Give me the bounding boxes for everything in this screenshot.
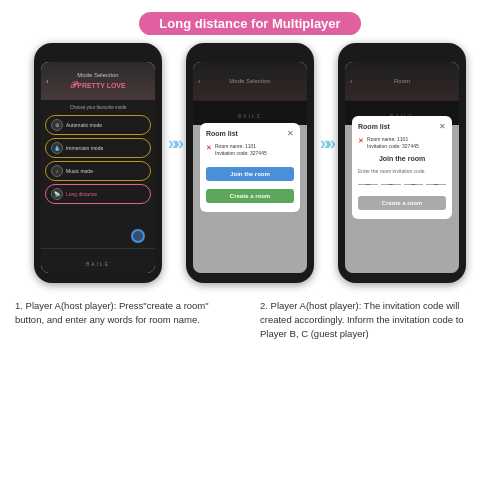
- room-info-text: Room name: 1101 Invitation code: 327445: [215, 143, 267, 157]
- description-1: 1. Player A(host player): Press"create a…: [15, 299, 240, 340]
- brand-logo-1: 𝒫PRETTY LOVE: [70, 80, 126, 91]
- phone-notch-1: [83, 53, 113, 58]
- arrow-2: »»: [320, 133, 332, 154]
- back-arrow-1[interactable]: ‹: [46, 77, 49, 86]
- descriptions-row: 1. Player A(host player): Press"create a…: [0, 289, 500, 350]
- enter-code-label: Enter the room invitation code: [358, 168, 446, 174]
- code-dash-1[interactable]: _: [358, 177, 378, 185]
- screen-body-1: Choose your favourite mode ⚙ Automatic m…: [41, 100, 155, 248]
- phone-screen-1: ‹ Mode Selection 𝒫PRETTY LOVE Choose you…: [41, 62, 155, 273]
- join-room-info-text: Room name: 1101 Invitation code: 327445: [367, 136, 419, 150]
- mode-btn-longdist[interactable]: 📡 Long distance: [45, 184, 151, 204]
- page-container: Long distance for Multiplayer ‹ Mode Sel…: [0, 12, 500, 350]
- room-list-title: Room list: [206, 130, 238, 137]
- code-dash-4[interactable]: _: [426, 177, 446, 185]
- screen-footer-1: BAILE: [41, 248, 155, 273]
- immersion-label: Immersion mode: [66, 145, 103, 151]
- join-modal: Room list ✕ ✕ Room name: 1101 Invitation…: [352, 116, 452, 219]
- create-room-btn[interactable]: Create a room: [206, 189, 294, 203]
- immersion-icon: 💧: [51, 142, 63, 154]
- page-title: Long distance for Multiplayer: [139, 12, 360, 35]
- create-room-btn-3[interactable]: Create a room: [358, 196, 446, 210]
- join-modal-title-row: Room list ✕: [358, 122, 446, 131]
- phone-1: ‹ Mode Selection 𝒫PRETTY LOVE Choose you…: [34, 43, 162, 283]
- auto-label: Automatic mode: [66, 122, 102, 128]
- join-modal-close[interactable]: ✕: [439, 122, 446, 131]
- chevron-arrows-1: »»: [168, 133, 180, 154]
- longdist-label: Long distance: [66, 191, 97, 197]
- music-icon: ♪: [51, 165, 63, 177]
- auto-icon: ⚙: [51, 119, 63, 131]
- join-room-info-row: ✕ Room name: 1101 Invitation code: 32744…: [358, 136, 446, 150]
- title-bar: Long distance for Multiplayer: [0, 12, 500, 35]
- phone-notch-2: [235, 53, 265, 58]
- join-room-heading: Join the room: [358, 155, 446, 162]
- room-info-row: ✕ Room name: 1101 Invitation code: 32744…: [206, 143, 294, 157]
- mode-btn-automatic[interactable]: ⚙ Automatic mode: [45, 115, 151, 135]
- room-x-icon: ✕: [206, 144, 212, 152]
- longdist-icon: 📡: [51, 188, 63, 200]
- join-room-x: ✕: [358, 137, 364, 145]
- chevron-arrows-2: »»: [320, 133, 332, 154]
- footer-brand-1: BAILE: [86, 261, 110, 267]
- phone-screen-3: ‹ Room Room list ✕ ✕ Room name: 1101: [345, 62, 459, 273]
- join-room-list-title: Room list: [358, 123, 390, 130]
- mode-btn-immersion[interactable]: 💧 Immersion mode: [45, 138, 151, 158]
- phone-notch-3: [387, 53, 417, 58]
- phone-screen-2: ‹ Mode Selection Room list ✕ ✕ Room name…: [193, 62, 307, 273]
- code-dash-3[interactable]: _: [404, 177, 424, 185]
- screen-header-1: ‹ Mode Selection 𝒫PRETTY LOVE: [41, 62, 155, 100]
- code-dash-2[interactable]: _: [381, 177, 401, 185]
- modal-overlay-2: Room list ✕ ✕ Room name: 1101 Invitation…: [193, 62, 307, 273]
- phones-row: ‹ Mode Selection 𝒫PRETTY LOVE Choose you…: [0, 43, 500, 283]
- modal-title-row: Room list ✕: [206, 129, 294, 138]
- tap-indicator-1: [131, 229, 145, 243]
- room-modal-2: Room list ✕ ✕ Room name: 1101 Invitation…: [200, 123, 300, 212]
- code-input-row: _ _ _ _: [358, 177, 446, 185]
- join-room-btn[interactable]: Join the room: [206, 167, 294, 181]
- phone-3: ‹ Room Room list ✕ ✕ Room name: 1101: [338, 43, 466, 283]
- modal-overlay-3: Room list ✕ ✕ Room name: 1101 Invitation…: [345, 62, 459, 273]
- arrow-1: »»: [168, 133, 180, 154]
- modal-close-btn[interactable]: ✕: [287, 129, 294, 138]
- header-text-1: Mode Selection: [70, 72, 126, 78]
- phone-2: ‹ Mode Selection Room list ✕ ✕ Room name…: [186, 43, 314, 283]
- choose-text: Choose your favourite mode: [70, 105, 127, 110]
- description-2: 2. Player A(host player): The invitation…: [260, 299, 485, 340]
- mode-btn-music[interactable]: ♪ Music mode: [45, 161, 151, 181]
- music-label: Music mode: [66, 168, 93, 174]
